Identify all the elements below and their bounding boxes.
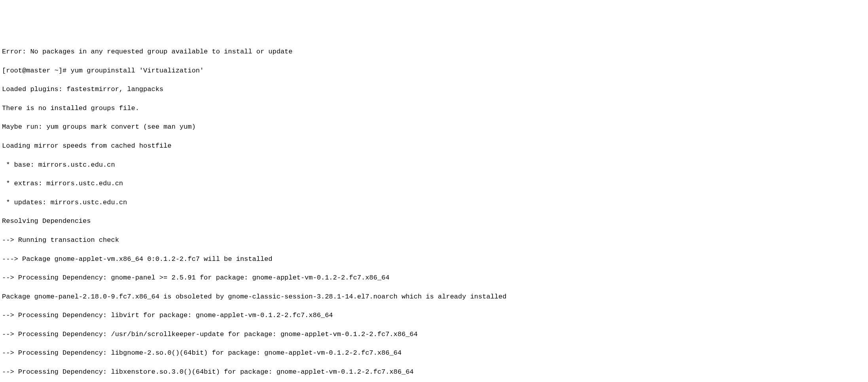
terminal-line: [root@master ~]# yum groupinstall 'Virtu… [2, 66, 866, 76]
terminal-line: There is no installed groups file. [2, 104, 866, 113]
terminal-line: * base: mirrors.ustc.edu.cn [2, 160, 866, 170]
terminal-line: Error: No packages in any requested grou… [2, 47, 866, 57]
terminal-line: * updates: mirrors.ustc.edu.cn [2, 198, 866, 207]
terminal-line: Loaded plugins: fastestmirror, langpacks [2, 85, 866, 94]
terminal-line: --> Processing Dependency: libxenstore.s… [2, 367, 866, 377]
terminal-line: --> Processing Dependency: libgnome-2.so… [2, 348, 866, 358]
terminal-line: --> Processing Dependency: libvirt for p… [2, 311, 866, 320]
terminal-line: ---> Package gnome-applet-vm.x86_64 0:0.… [2, 255, 866, 264]
terminal-line: Resolving Dependencies [2, 217, 866, 226]
terminal-output: Error: No packages in any requested grou… [2, 38, 866, 382]
terminal-line: --> Processing Dependency: /usr/bin/scro… [2, 330, 866, 339]
terminal-line: --> Processing Dependency: gnome-panel >… [2, 273, 866, 283]
terminal-line: Loading mirror speeds from cached hostfi… [2, 141, 866, 151]
terminal-line: Maybe run: yum groups mark convert (see … [2, 122, 866, 132]
terminal-line: Package gnome-panel-2.18.0-9.fc7.x86_64 … [2, 292, 866, 302]
terminal-line: * extras: mirrors.ustc.edu.cn [2, 179, 866, 188]
terminal-line: --> Running transaction check [2, 236, 866, 245]
